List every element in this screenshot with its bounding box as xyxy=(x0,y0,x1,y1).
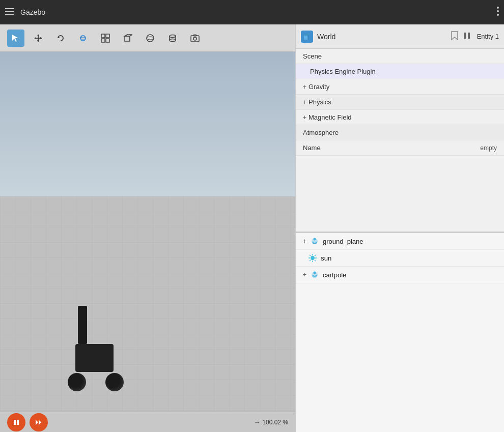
svg-point-46 xyxy=(311,256,315,260)
box-tool-button[interactable] xyxy=(119,30,136,47)
svg-rect-2 xyxy=(5,14,14,15)
entity-panel: + ground_plane xyxy=(296,232,504,432)
magnetic-expand-icon[interactable]: + xyxy=(303,114,306,121)
select-tool-button[interactable] xyxy=(7,30,24,47)
svg-point-15 xyxy=(80,37,86,39)
prop-gravity[interactable]: + Gravity xyxy=(296,79,504,95)
grid-overlay xyxy=(0,196,295,412)
rotate-tool-button[interactable] xyxy=(52,30,69,47)
world-title: World xyxy=(317,33,446,41)
svg-rect-1 xyxy=(5,11,14,12)
ground-plane xyxy=(0,196,295,412)
svg-rect-20 xyxy=(125,36,130,41)
svg-marker-21 xyxy=(125,35,132,36)
grid-tool-button[interactable] xyxy=(97,30,114,47)
svg-rect-19 xyxy=(106,39,109,42)
prop-magnetic-field[interactable]: + Magnetic Field xyxy=(296,110,504,125)
svg-point-14 xyxy=(80,36,86,41)
prop-name-label: Name xyxy=(303,144,480,152)
svg-rect-29 xyxy=(191,36,199,42)
svg-marker-9 xyxy=(37,34,39,36)
sphere-tool-button[interactable] xyxy=(142,30,159,47)
svg-point-25 xyxy=(170,35,176,37)
cartpole-expand-icon[interactable]: + xyxy=(303,271,306,278)
status-bar: ↔ 100.02 % xyxy=(0,412,295,432)
svg-rect-41 xyxy=(468,33,470,39)
prop-atmosphere[interactable]: Atmosphere xyxy=(296,125,504,140)
sun-light-icon xyxy=(307,253,318,263)
cartpole-model-icon xyxy=(310,270,320,280)
svg-rect-18 xyxy=(101,39,105,42)
options-menu-icon[interactable] xyxy=(497,7,499,18)
svg-marker-10 xyxy=(37,40,39,42)
prop-physics-engine[interactable]: Physics Engine Plugin xyxy=(296,64,504,79)
prop-scene[interactable]: Scene xyxy=(296,49,504,64)
entity-name-ground-plane: ground_plane xyxy=(323,238,363,245)
hamburger-menu-icon[interactable] xyxy=(5,7,14,18)
cylinder-tool-button[interactable] xyxy=(164,30,181,47)
pause-header-icon[interactable] xyxy=(463,32,471,42)
prop-name[interactable]: Name empty xyxy=(296,140,504,156)
svg-point-28 xyxy=(170,39,176,41)
entity-name-cartpole: cartpole xyxy=(323,271,346,279)
robot-cart-body xyxy=(75,344,114,372)
svg-line-54 xyxy=(310,260,311,261)
svg-point-23 xyxy=(147,35,154,42)
svg-point-44 xyxy=(313,242,314,243)
robot-wheel-right xyxy=(105,373,124,391)
zoom-arrow-icon: ↔ xyxy=(254,419,260,426)
world-header: World Entity 1 xyxy=(296,24,504,49)
svg-marker-11 xyxy=(34,37,36,39)
world-cube-icon xyxy=(301,31,313,43)
svg-point-4 xyxy=(497,10,499,12)
zoom-level: 100.02 % xyxy=(262,419,288,426)
prop-scene-label: Scene xyxy=(303,52,497,60)
svg-point-45 xyxy=(316,242,317,243)
svg-rect-40 xyxy=(464,33,466,39)
svg-rect-34 xyxy=(17,420,19,425)
svg-rect-17 xyxy=(106,34,109,38)
prop-physics[interactable]: + Physics xyxy=(296,95,504,110)
bookmark-icon[interactable] xyxy=(451,31,459,42)
prop-atmosphere-label: Atmosphere xyxy=(303,129,497,136)
ground-plane-expand-icon[interactable]: + xyxy=(303,238,306,245)
properties-panel: Scene Physics Engine Plugin + Gravity + … xyxy=(296,49,504,232)
prop-physics-engine-label: Physics Engine Plugin xyxy=(310,68,497,75)
screenshot-tool-button[interactable] xyxy=(186,30,204,47)
svg-rect-16 xyxy=(101,34,105,38)
app-title: Gazebo xyxy=(20,8,491,16)
orbit-tool-button[interactable] xyxy=(74,30,92,47)
svg-point-24 xyxy=(147,37,154,40)
svg-marker-38 xyxy=(304,34,310,36)
prop-name-value: empty xyxy=(480,145,497,152)
entity-label: Entity 1 xyxy=(477,33,499,40)
robot-wheel-left xyxy=(68,373,86,391)
fast-forward-button[interactable] xyxy=(30,413,48,431)
entity-row-sun[interactable]: sun xyxy=(296,250,504,267)
prop-physics-label: Physics xyxy=(309,98,497,106)
svg-marker-12 xyxy=(40,37,42,39)
move-tool-button[interactable] xyxy=(30,30,47,47)
prop-magnetic-label: Magnetic Field xyxy=(309,113,497,121)
entity-name-sun: sun xyxy=(321,254,331,262)
svg-rect-0 xyxy=(5,8,14,9)
svg-point-30 xyxy=(193,37,197,40)
svg-marker-35 xyxy=(36,420,38,425)
svg-point-43 xyxy=(314,238,316,241)
svg-marker-6 xyxy=(12,35,18,42)
robot-pole xyxy=(78,306,87,344)
svg-line-52 xyxy=(315,260,316,261)
pause-button[interactable] xyxy=(7,413,25,431)
svg-point-57 xyxy=(313,275,314,277)
cartpole-robot xyxy=(64,344,124,391)
svg-marker-36 xyxy=(39,420,41,425)
svg-rect-33 xyxy=(14,420,16,425)
entity-row-cartpole[interactable]: + cartpole xyxy=(296,267,504,283)
svg-point-3 xyxy=(497,7,499,9)
entity-row-ground-plane[interactable]: + ground_plane xyxy=(296,233,504,250)
svg-rect-37 xyxy=(304,36,308,40)
svg-line-51 xyxy=(310,255,311,256)
svg-line-53 xyxy=(315,255,316,256)
physics-expand-icon[interactable]: + xyxy=(303,99,306,106)
gravity-expand-icon[interactable]: + xyxy=(303,83,306,91)
